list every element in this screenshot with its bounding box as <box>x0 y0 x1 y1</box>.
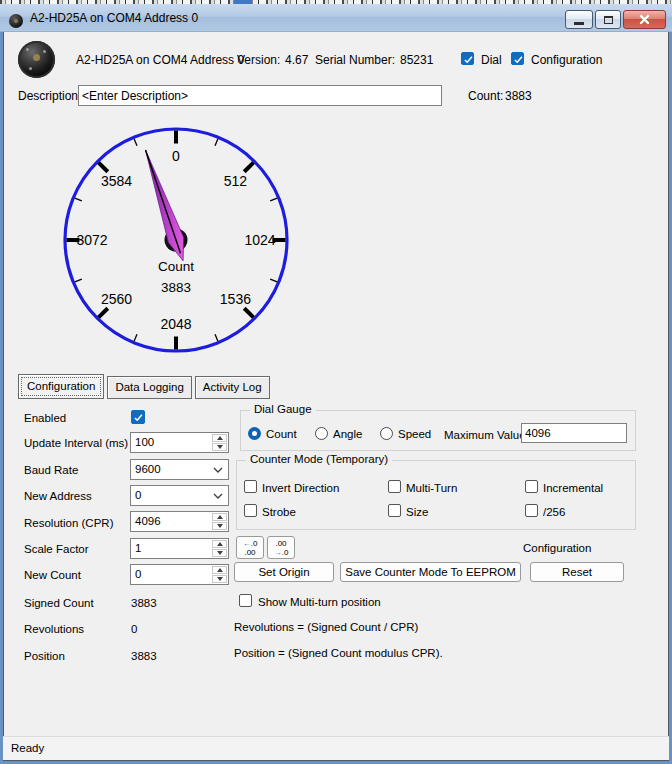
minimize-icon <box>574 22 584 25</box>
new-count-stepper[interactable]: 0 <box>130 564 229 585</box>
version-label: Version: <box>237 53 280 67</box>
check-icon <box>513 55 524 64</box>
baud-rate-value: 9600 <box>135 463 161 475</box>
check-icon <box>463 55 474 64</box>
device-name: A2-HD25A on COM4 Address 0 <box>76 53 244 67</box>
increase-decimal-button[interactable]: .00 →.0 <box>267 536 295 559</box>
gauge-tick-label: 1024 <box>244 232 275 248</box>
save-counter-mode-button[interactable]: Save Counter Mode To EEPROM <box>340 562 521 582</box>
spin-down-icon[interactable] <box>212 575 227 583</box>
configuration-checkbox-label: Configuration <box>531 53 602 67</box>
gauge-minor-tick <box>270 198 277 201</box>
spin-up-icon[interactable] <box>212 540 227 548</box>
gauge-tick-label: 0 <box>172 148 180 164</box>
gauge-tick-label: 512 <box>224 173 248 189</box>
chevron-down-icon <box>213 493 223 499</box>
check-icon <box>133 413 144 422</box>
tab-strip: Configuration Data Logging Activity Log <box>18 374 270 399</box>
multi-turn-checkbox[interactable] <box>388 480 401 493</box>
configuration-section-label: Configuration <box>523 541 591 555</box>
baud-rate-select[interactable]: 9600 <box>130 459 229 480</box>
gauge-minor-tick <box>215 334 218 341</box>
position-formula: Position = (Signed Count modulus CPR). <box>234 646 443 660</box>
tab-activity-log[interactable]: Activity Log <box>195 376 270 399</box>
strobe-checkbox[interactable] <box>244 504 257 517</box>
spin-buttons <box>212 434 227 451</box>
screw-dot <box>43 50 46 53</box>
description-input[interactable] <box>78 85 442 106</box>
gauge-major-tick <box>99 308 108 317</box>
scale-factor-label: Scale Factor <box>24 542 89 556</box>
show-multiturn-checkbox[interactable] <box>239 594 252 607</box>
tab-data-logging[interactable]: Data Logging <box>107 376 191 399</box>
dial-checkbox-label: Dial <box>481 53 502 67</box>
decimal-text: .00 <box>275 539 286 548</box>
close-button[interactable] <box>623 10 666 29</box>
minimize-button[interactable] <box>565 10 593 29</box>
spin-down-icon[interactable] <box>212 522 227 530</box>
spin-down-icon[interactable] <box>212 443 227 451</box>
gauge-major-tick <box>244 163 253 172</box>
titlebar: A2-HD25A on COM4 Address 0 <box>0 4 672 32</box>
gauge-major-tick <box>99 163 108 172</box>
new-address-select[interactable]: 0 <box>130 485 229 506</box>
decrease-decimal-button[interactable]: ←.0 .00 <box>236 536 264 559</box>
gauge-minor-tick <box>134 334 137 341</box>
reset-button[interactable]: Reset <box>530 562 624 582</box>
size-label: Size <box>406 505 428 519</box>
close-icon <box>639 14 650 25</box>
gauge-center-value: 3883 <box>161 280 191 295</box>
resolution-stepper[interactable]: 4096 <box>130 511 229 532</box>
position-value: 3883 <box>131 649 157 663</box>
maximum-value-input[interactable] <box>521 423 627 443</box>
maximize-button[interactable] <box>595 10 621 29</box>
revolutions-label: Revolutions <box>24 622 84 636</box>
angle-radio[interactable] <box>315 427 328 440</box>
speed-radio[interactable] <box>380 427 393 440</box>
maximize-icon <box>604 16 613 24</box>
right-arrow-icon: → <box>274 548 282 557</box>
size-checkbox[interactable] <box>388 504 401 517</box>
scale-factor-stepper[interactable]: 1 <box>130 538 229 559</box>
spin-up-icon[interactable] <box>212 513 227 521</box>
device-photo-icon <box>18 41 55 78</box>
spin-buttons <box>212 540 227 557</box>
left-arrow-icon: ← <box>243 539 251 548</box>
new-count-label: New Count <box>24 568 81 582</box>
gauge-tick-label: 3584 <box>101 173 132 189</box>
gauge-tick-label: 3072 <box>76 232 107 248</box>
tab-configuration[interactable]: Configuration <box>18 374 104 399</box>
serial-value: 85231 <box>400 53 433 67</box>
version-value: 4.67 <box>285 53 308 67</box>
signed-count-label: Signed Count <box>24 596 94 610</box>
enabled-checkbox[interactable] <box>131 410 145 424</box>
spin-up-icon[interactable] <box>212 566 227 574</box>
show-multiturn-label: Show Multi-turn position <box>258 595 381 609</box>
gauge-minor-tick <box>134 139 137 146</box>
header-count-label: Count: <box>468 89 503 103</box>
div256-label: /256 <box>543 505 565 519</box>
spin-down-icon[interactable] <box>212 549 227 557</box>
new-count-value: 0 <box>135 568 141 580</box>
maximum-value-label: Maximum Value <box>444 428 526 442</box>
header-count-value: 3883 <box>505 89 532 103</box>
dial-checkbox[interactable] <box>461 52 474 65</box>
spin-buttons <box>212 566 227 583</box>
spin-up-icon[interactable] <box>212 434 227 442</box>
spin-buttons <box>212 513 227 530</box>
incremental-checkbox[interactable] <box>525 480 538 493</box>
count-radio[interactable] <box>248 427 261 440</box>
status-bar: Ready <box>3 736 669 760</box>
speed-radio-label: Speed <box>398 427 431 441</box>
chevron-down-icon <box>213 467 223 473</box>
update-interval-stepper[interactable]: 100 <box>130 432 229 453</box>
screw-dot <box>29 67 32 70</box>
set-origin-button[interactable]: Set Origin <box>234 562 334 582</box>
configuration-checkbox[interactable] <box>511 52 524 65</box>
status-text: Ready <box>11 742 44 754</box>
invert-direction-checkbox[interactable] <box>244 480 257 493</box>
new-address-value: 0 <box>135 489 141 501</box>
div256-checkbox[interactable] <box>525 504 538 517</box>
baud-rate-label: Baud Rate <box>24 463 78 477</box>
angle-radio-label: Angle <box>333 427 362 441</box>
